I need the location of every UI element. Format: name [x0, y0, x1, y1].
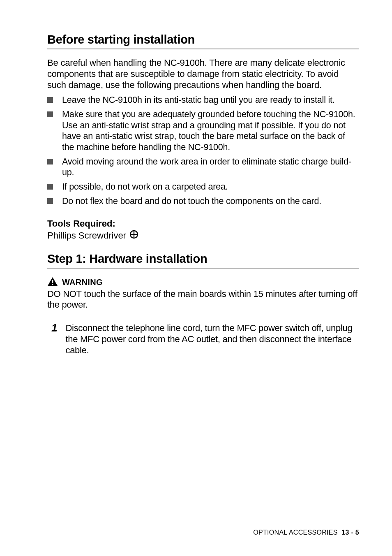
heading-rule [47, 268, 359, 269]
bullet-text: Make sure that you are adequately ground… [62, 109, 359, 153]
list-item: Do not flex the board and do not touch t… [47, 196, 359, 207]
step-text: Disconnect the telephone line cord, turn… [65, 323, 359, 356]
page-footer: OPTIONAL ACCESSORIES 13 - 5 [253, 529, 359, 536]
svg-rect-4 [52, 284, 53, 285]
intro-paragraph: Be careful when handling the NC-9100h. T… [47, 58, 359, 90]
svg-rect-3 [52, 280, 53, 283]
step-number: 1 [51, 322, 57, 334]
bullet-text: If possible, do not work on a carpeted a… [62, 181, 228, 192]
bullet-list: Leave the NC-9100h in its anti-static ba… [47, 95, 359, 206]
section-heading: Step 1: Hardware installation [47, 252, 359, 266]
warning-label: WARNING [62, 278, 103, 287]
square-bullet-icon [47, 184, 53, 190]
warning-text: DO NOT touch the surface of the main boa… [47, 289, 359, 311]
list-item: Leave the NC-9100h in its anti-static ba… [47, 95, 359, 106]
tools-required-label: Tools Required: [47, 218, 359, 230]
footer-page-number: 13 - 5 [341, 529, 359, 536]
square-bullet-icon [47, 159, 53, 164]
list-item: Avoid moving around the work area in ord… [47, 156, 359, 178]
list-item: If possible, do not work on a carpeted a… [47, 181, 359, 192]
bullet-text: Avoid moving around the work area in ord… [62, 156, 359, 178]
list-item: Make sure that you are adequately ground… [47, 109, 359, 153]
bullet-text: Do not flex the board and do not touch t… [62, 196, 321, 207]
section-heading: Before starting installation [47, 33, 359, 46]
phillips-screwdriver-icon [129, 230, 138, 242]
bullet-text: Leave the NC-9100h in its anti-static ba… [62, 95, 335, 106]
warning-triangle-icon [47, 277, 58, 288]
heading-rule [47, 49, 359, 49]
square-bullet-icon [47, 198, 53, 204]
tools-item-text: Phillips Screwdriver [47, 230, 126, 242]
square-bullet-icon [47, 97, 53, 103]
footer-section-label: OPTIONAL ACCESSORIES [253, 529, 337, 536]
square-bullet-icon [47, 111, 53, 117]
